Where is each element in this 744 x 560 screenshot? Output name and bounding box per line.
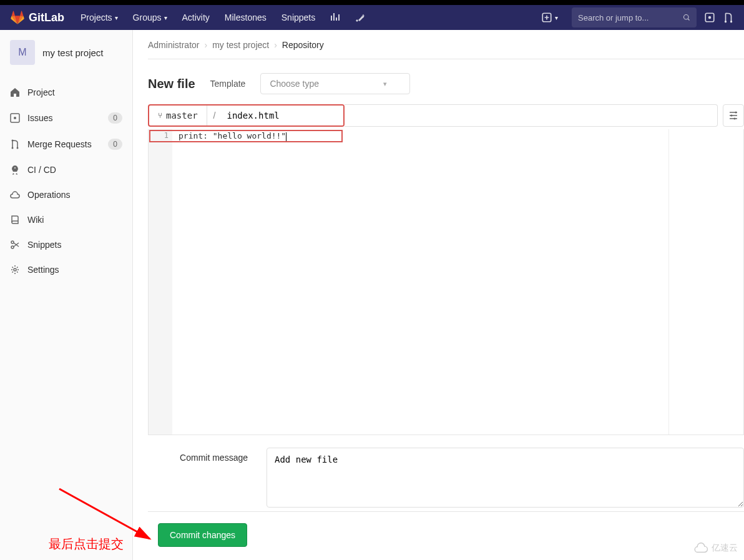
code-area[interactable]: print: "hello world!!": [172, 129, 743, 435]
gear-icon: [10, 265, 20, 275]
sidebar: M my test project Project Issues 0 Merge…: [0, 30, 133, 560]
sidebar-item-cicd[interactable]: CI / CD: [0, 157, 132, 182]
svg-point-9: [17, 147, 19, 149]
commit-message-input[interactable]: [267, 448, 744, 508]
issues-badge: 0: [108, 112, 122, 124]
code-editor[interactable]: 1 print: "hello world!!": [148, 129, 744, 435]
svg-point-3: [708, 16, 712, 19]
branch-icon: ⑂: [158, 111, 162, 120]
template-select[interactable]: Choose type ▾: [260, 73, 410, 94]
top-navbar: GitLab Projects▾ Groups▾ Activity Milest…: [0, 5, 744, 30]
line-gutter: 1: [149, 129, 172, 435]
brand-text: GitLab: [29, 11, 64, 24]
nav-milestones[interactable]: Milestones: [218, 9, 273, 26]
page-title: New file: [148, 77, 195, 91]
svg-point-1: [684, 15, 689, 20]
merge-icon: [10, 139, 20, 149]
main-content: Administrator › my test project › Reposi…: [133, 30, 744, 560]
sidebar-item-project[interactable]: Project: [0, 80, 132, 105]
sidebar-item-snippets[interactable]: Snippets: [0, 232, 132, 257]
svg-point-10: [12, 140, 14, 142]
template-label: Template: [210, 79, 246, 89]
commit-message-label: Commit message: [148, 448, 248, 463]
filename-input[interactable]: [222, 106, 343, 125]
branch-filename-box: ⑂ master /: [148, 104, 345, 127]
chevron-down-icon: ▾: [555, 14, 558, 21]
chevron-down-icon: ▾: [383, 80, 387, 88]
svg-point-8: [12, 147, 14, 149]
svg-point-15: [731, 115, 733, 117]
svg-point-12: [11, 241, 14, 243]
svg-point-16: [734, 118, 736, 120]
project-header[interactable]: M my test project: [0, 30, 132, 75]
sidebar-item-merge-requests[interactable]: Merge Requests 0: [0, 131, 132, 157]
issues-icon[interactable]: [704, 12, 715, 23]
rocket-icon: [10, 165, 20, 175]
commit-changes-button[interactable]: Commit changes: [158, 523, 247, 547]
search-icon: [683, 12, 690, 23]
settings-icon: [728, 111, 738, 120]
sidebar-item-issues[interactable]: Issues 0: [0, 105, 132, 131]
nav-admin-icon[interactable]: [349, 9, 371, 26]
svg-point-4: [725, 21, 727, 22]
merge-requests-icon[interactable]: [723, 12, 734, 23]
chevron-down-icon: ▾: [164, 14, 167, 21]
sidebar-item-wiki[interactable]: Wiki: [0, 207, 132, 232]
gitlab-icon: [10, 10, 25, 25]
breadcrumb: Administrator › my test project › Reposi…: [148, 40, 744, 59]
nav-analytics-icon[interactable]: [324, 9, 346, 26]
svg-point-11: [11, 246, 14, 248]
book-icon: [10, 215, 20, 225]
svg-point-14: [735, 112, 737, 114]
chevron-down-icon: ▾: [115, 14, 118, 21]
editor-settings-button[interactable]: [723, 104, 744, 127]
breadcrumb-project[interactable]: my test project: [212, 40, 269, 50]
nav-snippets[interactable]: Snippets: [275, 9, 321, 26]
sidebar-item-operations[interactable]: Operations: [0, 182, 132, 207]
search-box[interactable]: [572, 7, 697, 27]
watermark: 亿速云: [693, 543, 738, 554]
breadcrumb-current: Repository: [282, 40, 324, 50]
breadcrumb-administrator[interactable]: Administrator: [148, 40, 199, 50]
mr-badge: 0: [108, 139, 122, 150]
nav-projects[interactable]: Projects▾: [74, 9, 124, 26]
project-name: my test project: [42, 47, 104, 58]
text-cursor: [286, 132, 286, 141]
svg-point-7: [14, 117, 16, 119]
issues-icon: [10, 113, 20, 123]
branch-name[interactable]: ⑂ master: [149, 106, 207, 125]
new-button[interactable]: ▾: [535, 8, 564, 27]
cloud-icon: [10, 190, 20, 200]
search-input[interactable]: [578, 13, 683, 22]
svg-point-13: [14, 268, 16, 271]
sidebar-item-settings[interactable]: Settings: [0, 257, 132, 282]
nav-groups[interactable]: Groups▾: [127, 9, 174, 26]
svg-point-5: [730, 21, 732, 22]
gitlab-logo[interactable]: GitLab: [10, 10, 64, 25]
nav-activity[interactable]: Activity: [176, 9, 216, 26]
scissors-icon: [10, 240, 20, 250]
home-icon: [10, 87, 20, 97]
project-avatar: M: [10, 40, 35, 65]
